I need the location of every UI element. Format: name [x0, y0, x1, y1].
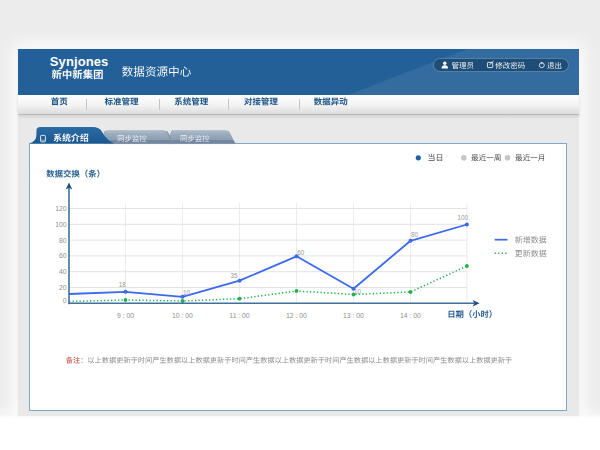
svg-text:35: 35 [230, 272, 238, 279]
svg-text:12 : 00: 12 : 00 [286, 312, 307, 319]
svg-text:60: 60 [59, 252, 67, 259]
svg-text:120: 120 [55, 205, 67, 212]
svg-text:13 : 00: 13 : 00 [343, 312, 364, 319]
svg-text:10: 10 [183, 289, 191, 296]
svg-text:20: 20 [59, 284, 67, 291]
svg-text:80: 80 [411, 231, 419, 238]
svg-text:0: 0 [63, 297, 67, 304]
svg-text:80: 80 [59, 237, 67, 244]
svg-text:9 : 00: 9 : 00 [117, 312, 134, 319]
svg-text:14 : 00: 14 : 00 [400, 312, 421, 319]
svg-text:40: 40 [59, 268, 67, 275]
svg-text:100: 100 [457, 214, 468, 221]
svg-text:10: 10 [354, 288, 362, 295]
svg-text:60: 60 [297, 249, 305, 256]
svg-text:10 : 00: 10 : 00 [172, 312, 193, 319]
svg-text:18: 18 [119, 281, 127, 288]
svg-text:11 : 00: 11 : 00 [229, 312, 250, 319]
svg-text:100: 100 [55, 221, 67, 228]
